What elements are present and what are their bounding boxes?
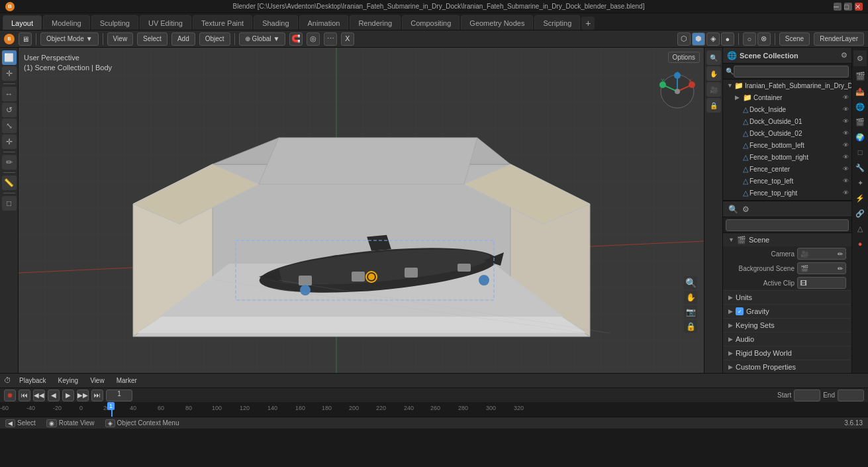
tl-menu-view[interactable]: View bbox=[86, 376, 109, 386]
prop-btn-data[interactable]: △ bbox=[853, 222, 867, 235]
custom-props-header[interactable]: ▶ Custom Properties bbox=[723, 360, 851, 373]
record-button[interactable]: ⏺ bbox=[4, 389, 16, 401]
prop-btn-constraints[interactable]: 🔗 bbox=[853, 207, 867, 220]
move-tool[interactable]: ↔ bbox=[2, 87, 17, 101]
vis-fence-bot-right[interactable]: 👁 bbox=[843, 154, 849, 160]
tree-item-root[interactable]: ▼ 📁 Iranian_Fateh_Submarine_in_Dry_Dock … bbox=[723, 79, 851, 91]
ws-tab-modeling[interactable]: Modeling bbox=[43, 15, 90, 30]
prop-btn-modifier[interactable]: 🔧 bbox=[853, 161, 867, 174]
vis-fence-center[interactable]: 👁 bbox=[843, 166, 849, 172]
prop-btn-particles[interactable]: ✦ bbox=[853, 176, 867, 189]
prop-btn-object[interactable]: □ bbox=[853, 146, 867, 159]
render-layer-dropdown[interactable]: RenderLayer bbox=[814, 32, 864, 46]
expand-container[interactable]: ▶ bbox=[735, 94, 742, 101]
maximize-button[interactable]: □ bbox=[844, 3, 852, 11]
vis-dock-outside-01[interactable]: 👁 bbox=[843, 118, 849, 125]
tree-item-fence-top-right[interactable]: △ Fence_top_right 👁 bbox=[723, 187, 851, 199]
tree-item-dock-inside[interactable]: △ Dock_Inside 👁 bbox=[723, 103, 851, 115]
object-menu[interactable]: Object bbox=[199, 32, 230, 46]
bg-scene-value[interactable]: 🎬 ✏ bbox=[797, 262, 846, 274]
ws-tab-animation[interactable]: Animation bbox=[299, 15, 349, 30]
camera-view-tool[interactable]: 🎥 bbox=[706, 82, 721, 97]
solid-btn[interactable]: ⬢ bbox=[692, 32, 705, 46]
tree-item-dock-outside-02[interactable]: △ Dock_Outside_02 👁 bbox=[723, 127, 851, 139]
proportional-icon2[interactable]: ⋯ bbox=[324, 32, 337, 46]
rotate-tool[interactable]: ↺ bbox=[2, 103, 17, 117]
prop-btn-view-layer[interactable]: 🌐 bbox=[853, 100, 867, 113]
annotate-tool[interactable]: ✏ bbox=[2, 155, 17, 170]
vis-container[interactable]: 👁 bbox=[843, 94, 849, 101]
props-search-input[interactable] bbox=[726, 219, 849, 231]
ws-tab-texture[interactable]: Texture Paint bbox=[193, 15, 252, 30]
camera-edit[interactable]: ✏ bbox=[838, 250, 843, 258]
scene-section-header[interactable]: ▼ 🎬 Scene bbox=[723, 233, 851, 246]
tree-item-fence-center[interactable]: △ Fence_center 👁 bbox=[723, 163, 851, 175]
minimize-button[interactable]: ─ bbox=[834, 3, 842, 11]
xray-icon[interactable]: Ⅹ bbox=[341, 32, 354, 46]
ws-tab-uv[interactable]: UV Editing bbox=[140, 15, 191, 30]
cursor-tool[interactable]: ✛ bbox=[2, 66, 17, 81]
object-mode-dropdown[interactable]: Object Mode ▼ bbox=[40, 32, 99, 46]
current-frame-input[interactable]: 1 bbox=[106, 389, 132, 401]
units-section-header[interactable]: ▶ Units bbox=[723, 291, 851, 304]
step-forward-button[interactable]: ▶▶ bbox=[77, 389, 89, 401]
expand-root[interactable]: ▼ bbox=[727, 82, 733, 89]
props-filter-icon[interactable]: ⚙ bbox=[742, 205, 749, 214]
step-back-button[interactable]: ◀◀ bbox=[33, 389, 45, 401]
prop-btn-output[interactable]: 📤 bbox=[853, 85, 867, 98]
ws-tab-compositing[interactable]: Compositing bbox=[402, 15, 459, 30]
active-clip-value[interactable]: 🎞 bbox=[797, 277, 846, 289]
tl-menu-keying[interactable]: Keying bbox=[54, 376, 83, 386]
tree-item-fence-bot-right[interactable]: △ Fence_bottom_right 👁 bbox=[723, 151, 851, 163]
filter-icon[interactable]: ⚙ bbox=[841, 51, 847, 60]
view-menu[interactable]: View bbox=[107, 32, 134, 46]
prop-btn-scene[interactable]: 🎬 bbox=[853, 115, 867, 129]
transform-tool[interactable]: ✛ bbox=[2, 134, 17, 149]
material-btn[interactable]: ◈ bbox=[706, 32, 720, 46]
ws-tab-scripting[interactable]: Scripting bbox=[534, 15, 580, 30]
jump-end-button[interactable]: ⏭ bbox=[91, 389, 103, 401]
prop-btn-physics[interactable]: ⚡ bbox=[853, 191, 867, 205]
rigid-body-header[interactable]: ▶ Rigid Body World bbox=[723, 346, 851, 360]
gravity-section-header[interactable]: ▶ ✓ Gravity bbox=[723, 305, 851, 318]
vis-dock-outside-02[interactable]: 👁 bbox=[843, 130, 849, 136]
audio-section-header[interactable]: ▶ Audio bbox=[723, 333, 851, 346]
end-frame-input[interactable]: 250 bbox=[838, 389, 864, 401]
window-controls[interactable]: ─ □ ✕ bbox=[834, 3, 863, 11]
add-cube-tool[interactable]: □ bbox=[2, 196, 17, 211]
tree-item-fence-bot-left[interactable]: △ Fence_bottom_left 👁 bbox=[723, 139, 851, 151]
outliner-search-input[interactable] bbox=[734, 66, 849, 78]
tree-item-dock-outside-01[interactable]: △ Dock_Outside_01 👁 bbox=[723, 115, 851, 127]
prop-btn-render[interactable]: 🎬 bbox=[853, 70, 867, 83]
editor-type-button[interactable]: 🖥 bbox=[19, 32, 32, 46]
select-box-tool[interactable]: ⬜ bbox=[2, 50, 17, 65]
prop-btn-material[interactable]: ● bbox=[853, 237, 867, 250]
tl-menu-marker[interactable]: Marker bbox=[113, 376, 141, 386]
ws-tab-geometry[interactable]: Geometry Nodes bbox=[461, 15, 533, 30]
lock-view-tool[interactable]: 🔒 bbox=[706, 98, 721, 113]
camera-value[interactable]: 🎥 ✏ bbox=[797, 248, 846, 260]
select-menu[interactable]: Select bbox=[137, 32, 168, 46]
camera-dropper[interactable]: 🎥 bbox=[800, 250, 808, 258]
play-forward-button[interactable]: ▶ bbox=[62, 389, 74, 401]
add-menu[interactable]: Add bbox=[171, 32, 195, 46]
close-button[interactable]: ✕ bbox=[855, 3, 863, 11]
measure-tool[interactable]: 📏 bbox=[2, 176, 17, 190]
ws-tab-sculpting[interactable]: Sculpting bbox=[91, 15, 138, 30]
viewport-options-button[interactable]: Options bbox=[668, 52, 700, 63]
scale-tool[interactable]: ⤡ bbox=[2, 119, 17, 133]
gravity-checkbox[interactable]: ✓ bbox=[736, 307, 744, 315]
pan-tool[interactable]: ✋ bbox=[706, 66, 721, 81]
start-frame-input[interactable]: 1 bbox=[794, 389, 820, 401]
tl-menu-playback[interactable]: Playback bbox=[15, 376, 50, 386]
vis-dock-inside[interactable]: 👁 bbox=[843, 106, 849, 113]
gizmo-btn[interactable]: ⊗ bbox=[757, 32, 771, 46]
tree-item-fence-top-left[interactable]: △ Fence_top_left 👁 bbox=[723, 175, 851, 187]
blender-menu-button[interactable]: B bbox=[4, 34, 15, 44]
ws-tab-rendering[interactable]: Rendering bbox=[350, 15, 401, 30]
pivot-dropdown[interactable]: ⊕ Global ▼ bbox=[239, 32, 286, 46]
wireframe-btn[interactable]: ⬡ bbox=[677, 32, 691, 46]
bg-scene-edit[interactable]: ✏ bbox=[838, 265, 843, 272]
overlay-btn[interactable]: ○ bbox=[743, 32, 756, 46]
zoom-in-tool[interactable]: 🔍 bbox=[706, 50, 721, 65]
